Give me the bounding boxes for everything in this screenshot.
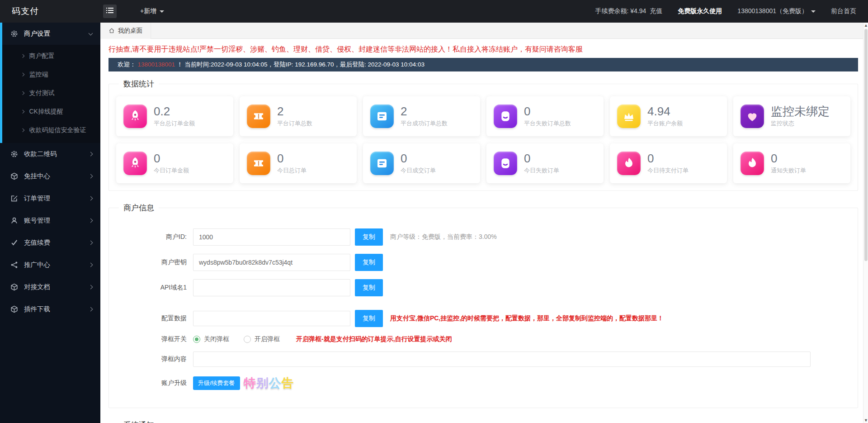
stat-value: 4.94	[647, 105, 683, 119]
api-domain-row: API域名1 复制	[143, 279, 851, 296]
stat-value: 0.2	[154, 105, 195, 119]
fee-balance: 手续费余额: ¥4.94 充值	[595, 7, 663, 15]
wallet-icon	[494, 105, 517, 128]
scroll-down-icon[interactable]: ▼	[863, 418, 868, 423]
flame-icon	[617, 152, 641, 175]
sidebar-subitem-monitor[interactable]: 监控端	[2, 65, 100, 84]
sidebar-group-merchant-settings: 商户设置 商户配置 监控端 支付测试 CK掉线提醒	[0, 23, 100, 143]
sidebar-item-qrcode[interactable]: 收款二维码	[0, 143, 100, 165]
cube-icon	[10, 305, 18, 313]
menu-toggle-button[interactable]	[103, 5, 117, 18]
user-icon	[10, 217, 18, 224]
radio-close-popup[interactable]: 关闭弹框	[193, 335, 229, 343]
stat-label: 平台总订单金额	[154, 119, 195, 128]
stat-card: 0今日订单金额	[116, 143, 233, 183]
check-icon	[10, 239, 18, 247]
gear-icon	[10, 150, 18, 158]
stat-card: 0今日待支付订单	[610, 143, 727, 183]
share-icon	[10, 261, 18, 269]
scrollbar[interactable]: ▲ ▼	[863, 23, 868, 423]
popup-switch-note: 开启弹框-就是支付扫码的订单提示,自行设置提示或关闭	[296, 335, 452, 343]
stat-value: 0	[771, 152, 806, 166]
cube-icon	[10, 283, 18, 291]
config-data-row: 配置数据 复制 用支付宝,微信PC,挂监控,的时候需要把，配置数据，那里，全部复…	[143, 310, 851, 327]
page-content: 行抽查,请不要用于违规站点!严禁一切淫秽、涉赌、钓鱼、理财、借贷、侵权、封建迷信…	[100, 39, 868, 423]
sidebar-item-promotion-center[interactable]: 推广中心	[0, 254, 100, 276]
rocket-icon	[123, 152, 147, 175]
stat-value: 0	[647, 152, 689, 166]
scrollbar-thumb[interactable]	[864, 29, 868, 261]
copy-button[interactable]: 复制	[355, 310, 383, 327]
chevron-right-icon	[21, 110, 24, 114]
sidebar-item-recharge-renew[interactable]: 充值续费	[0, 232, 100, 254]
copy-button[interactable]: 复制	[355, 228, 383, 246]
chevron-right-icon	[21, 73, 24, 76]
merchant-id-input[interactable]	[193, 228, 350, 246]
stat-value: 0	[524, 152, 559, 166]
config-data-input[interactable]	[193, 311, 350, 326]
stat-value: 2	[277, 105, 312, 119]
sidebar-subitem-ck-offline-alert[interactable]: CK掉线提醒	[2, 102, 100, 121]
account-upgrade-row: 账户升级 升级/续费套餐 特别公告	[143, 375, 851, 391]
chevron-right-icon	[21, 54, 24, 58]
stat-card: 0今日总订单	[240, 143, 357, 183]
wallet-icon	[494, 152, 517, 175]
sidebar-item-free-hang-center[interactable]: 免挂中心	[0, 165, 100, 187]
sidebar-submenu: 商户配置 监控端 支付测试 CK掉线提醒 收款码短信安全验证	[2, 45, 100, 143]
account-dropdown[interactable]: 13800138001（免费版）	[737, 7, 816, 15]
sidebar: 商户设置 商户配置 监控端 支付测试 CK掉线提醒	[0, 23, 100, 423]
chevron-down-icon	[89, 31, 93, 35]
popup-switch-row: 弹框开关 关闭弹框 开启弹框 开启弹框-就是支付扫码的订单提示,自行设置提示或关…	[143, 335, 851, 343]
merchant-id-row: 商户ID: 复制 商户等级：免费版，当前费率：3.00%	[143, 228, 851, 246]
merchant-key-row: 商户密钥 复制	[143, 254, 851, 271]
config-data-warning: 用支付宝,微信PC,挂监控,的时候需要把，配置数据，那里，全部复制到监控端的，配…	[390, 314, 664, 323]
stat-value: 0	[277, 152, 307, 166]
api-domain-input[interactable]	[193, 279, 350, 296]
chevron-right-icon	[89, 285, 93, 290]
gear-icon	[10, 30, 18, 38]
sidebar-item-account-management[interactable]: 账号管理	[0, 209, 100, 232]
stat-card: 4.94平台账户余额	[610, 96, 727, 136]
sidebar-item-merchant-settings[interactable]: 商户设置	[2, 23, 100, 45]
stat-card: 2平台成功订单总数	[363, 96, 480, 136]
tab-bar: 我的桌面	[100, 23, 868, 39]
popup-content-input[interactable]	[193, 352, 811, 367]
tab-my-desktop[interactable]: 我的桌面	[100, 23, 151, 39]
chevron-right-icon	[89, 174, 93, 179]
copy-button[interactable]: 复制	[355, 254, 383, 271]
sidebar-item-docs[interactable]: 对接文档	[0, 276, 100, 298]
special-announcement-link[interactable]: 特别公告	[244, 375, 294, 391]
sidebar-subitem-sms-verify[interactable]: 收款码短信安全验证	[2, 121, 100, 139]
sidebar-item-order-management[interactable]: 订单管理	[0, 187, 100, 209]
top-header: 码支付 +新增 手续费余额: ¥4.94 充值 免费版永久使用 13800138…	[0, 0, 868, 23]
radio-open-popup[interactable]: 开启弹框	[244, 335, 280, 343]
recharge-link[interactable]: 充值	[650, 7, 662, 15]
chevron-right-icon	[89, 196, 93, 201]
sidebar-subitem-merchant-config[interactable]: 商户配置	[2, 47, 100, 65]
stat-label: 监控状态	[771, 119, 830, 128]
sidebar-subitem-pay-test[interactable]: 支付测试	[2, 84, 100, 102]
system-notice-section: 系统通知	[108, 420, 858, 423]
add-new-label: +新增	[140, 7, 156, 15]
stat-label: 今日总订单	[277, 166, 307, 175]
chevron-right-icon	[21, 128, 24, 132]
copy-button[interactable]: 复制	[355, 279, 383, 296]
sidebar-item-label: 商户设置	[24, 29, 89, 38]
stats-legend: 数据统计	[119, 79, 159, 89]
popup-content-row: 弹框内容	[143, 352, 851, 367]
radio-checked-icon	[193, 336, 200, 343]
chevron-right-icon	[89, 241, 93, 245]
stat-label: 今日待支付订单	[647, 166, 689, 175]
crown-icon	[617, 105, 641, 128]
add-new-dropdown[interactable]: +新增	[140, 7, 164, 15]
scroll-up-icon[interactable]: ▲	[863, 23, 868, 28]
upgrade-renew-button[interactable]: 升级/续费套餐	[193, 376, 240, 390]
front-home-link[interactable]: 前台首页	[831, 7, 856, 15]
merchant-key-input[interactable]	[193, 254, 350, 271]
card-icon	[370, 152, 394, 175]
merchant-info-section: 商户信息 商户ID: 复制 商户等级：免费版，当前费率：3.00% 商户密钥 复…	[108, 203, 858, 408]
sidebar-item-plugin-download[interactable]: 插件下载	[0, 298, 100, 320]
stats-section: 数据统计 0.2平台总订单金额 2平台订单总数 2平台成功订单总数	[108, 79, 858, 191]
stat-value: 监控未绑定	[771, 105, 830, 119]
free-version-badge[interactable]: 免费版永久使用	[678, 7, 722, 15]
